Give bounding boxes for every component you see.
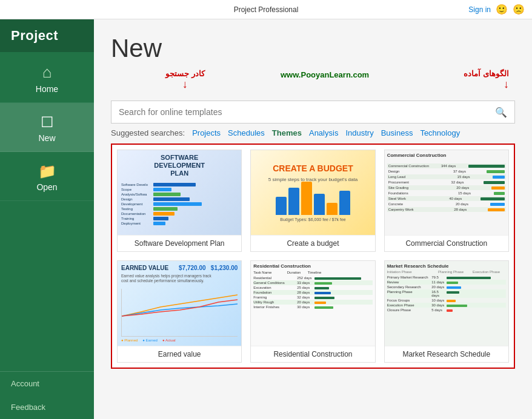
sidebar-bottom: Account Feedback [0, 371, 94, 419]
sidebar-item-new[interactable]: ☐ New [0, 103, 94, 152]
suggestion-themes[interactable]: Themes [272, 128, 302, 137]
suggestion-schedules[interactable]: Schedules [228, 128, 265, 137]
template-label-earned: Earned value [118, 346, 241, 362]
template-thumb-residential: Residential Construction Task Name Durat… [251, 261, 374, 346]
content-area: New کادر جستجو ↓ www.PooyanLearn.com الگ… [94, 19, 532, 419]
page-title: New [111, 34, 515, 63]
suggestions-label: Suggested searches: [111, 128, 185, 137]
website-annotation: www.PooyanLearn.com [281, 69, 369, 80]
search-annotation: کادر جستجو ↓ [165, 69, 205, 91]
template-construction[interactable]: Commercial Construction Commercial Const… [384, 150, 509, 252]
smiley-icon[interactable]: 🙂 [496, 4, 508, 15]
template-thumb-market: Market Research Schedule Initiation Phas… [385, 261, 508, 346]
template-label-software: Software Development Plan [118, 235, 241, 251]
suggestions-row: Suggested searches: Projects Schedules T… [111, 128, 515, 137]
templates-grid: SOFTWAREDEVELOPMENTPLAN Software Develo … [117, 150, 509, 363]
app-title: Project Professional [180, 5, 353, 14]
sidebar-item-home[interactable]: ⌂ Home [0, 52, 94, 103]
content-header: New کادر جستجو ↓ www.PooyanLearn.com الگ… [94, 19, 532, 144]
template-thumb-earned: EARNED VALUE $7,720.00 $1,230.00 Earned … [118, 261, 241, 346]
templates-area: SOFTWAREDEVELOPMENTPLAN Software Develo … [111, 144, 515, 369]
sidebar-item-open[interactable]: 📁 Open [0, 152, 94, 201]
sign-in-link[interactable]: Sign in [468, 5, 491, 14]
suggestion-projects[interactable]: Projects [192, 128, 221, 137]
suggestion-analysis[interactable]: Analysis [309, 128, 338, 137]
template-earned[interactable]: EARNED VALUE $7,720.00 $1,230.00 Earned … [117, 260, 242, 363]
suggestion-business[interactable]: Business [381, 128, 413, 137]
sidebar-feedback[interactable]: Feedback [0, 395, 94, 419]
sidebar-account[interactable]: Account [0, 372, 94, 395]
frown-icon[interactable]: 🙁 [513, 4, 525, 15]
sidebar-open-label: Open [36, 182, 57, 192]
open-icon: 📁 [38, 163, 56, 180]
title-bar: Project Professional Sign in 🙂 🙁 [0, 0, 532, 19]
templates-annotation: الگوهای آماده ↓ [464, 69, 509, 91]
home-icon: ⌂ [42, 63, 52, 82]
template-thumb-construction: Commercial Construction Commercial Const… [385, 150, 508, 235]
sidebar: Project ⌂ Home ☐ New 📁 Open Account Feed… [0, 19, 94, 419]
template-label-construction: Commercial Construction [385, 235, 508, 251]
search-input[interactable] [119, 107, 495, 117]
search-icon[interactable]: 🔍 [495, 107, 507, 118]
suggestion-technology[interactable]: Technology [420, 128, 460, 137]
sidebar-home-label: Home [36, 84, 58, 94]
sidebar-new-label: New [38, 133, 55, 143]
template-software[interactable]: SOFTWAREDEVELOPMENTPLAN Software Develo … [117, 150, 242, 252]
suggestion-industry[interactable]: Industry [345, 128, 373, 137]
template-label-budget: Create a budget [251, 235, 374, 251]
template-budget[interactable]: CREATE A BUDGET 5 simple steps to track … [250, 150, 375, 252]
new-icon: ☐ [41, 114, 54, 131]
sidebar-brand: Project [0, 19, 94, 52]
template-residential[interactable]: Residential Construction Task Name Durat… [250, 260, 375, 363]
app-body: Project ⌂ Home ☐ New 📁 Open Account Feed… [0, 19, 532, 419]
sidebar-nav: ⌂ Home ☐ New 📁 Open [0, 52, 94, 371]
template-label-residential: Residential Construction [251, 346, 374, 362]
search-bar: 🔍 [111, 101, 515, 124]
template-label-market: Market Research Schedule [385, 346, 508, 362]
template-thumb-software: SOFTWAREDEVELOPMENTPLAN Software Develo … [118, 150, 241, 235]
template-thumb-budget: CREATE A BUDGET 5 simple steps to track … [251, 150, 374, 235]
template-market[interactable]: Market Research Schedule Initiation Phas… [384, 260, 509, 363]
